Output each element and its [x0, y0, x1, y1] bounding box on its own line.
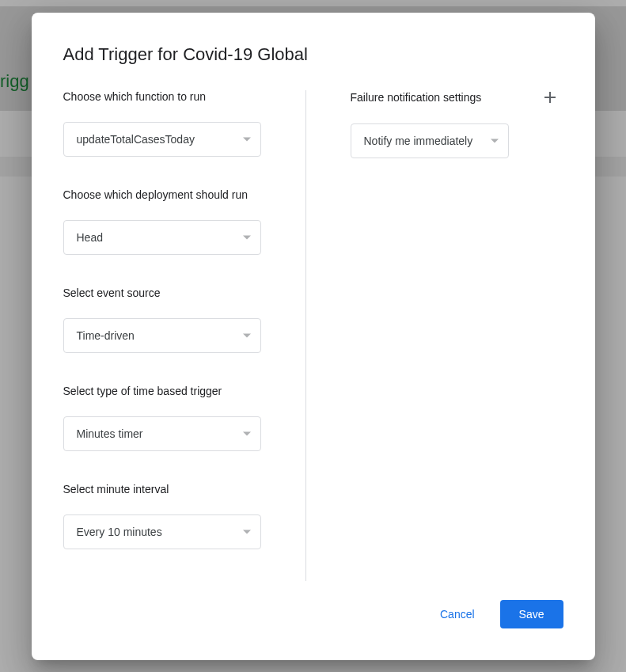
chevron-down-icon: [243, 138, 251, 142]
function-field: Choose which function to run updateTotal…: [63, 90, 261, 157]
notification-label: Failure notification settings: [351, 91, 482, 104]
interval-dropdown[interactable]: Every 10 minutes: [63, 514, 261, 549]
modal-overlay: Add Trigger for Covid-19 Global Choose w…: [0, 0, 626, 672]
interval-value: Every 10 minutes: [77, 526, 162, 538]
add-trigger-dialog: Add Trigger for Covid-19 Global Choose w…: [32, 13, 595, 660]
trigger-type-label: Select type of time based trigger: [63, 385, 261, 397]
event-source-dropdown[interactable]: Time-driven: [63, 318, 261, 353]
dialog-title: Add Trigger for Covid-19 Global: [63, 44, 563, 65]
dialog-body: Choose which function to run updateTotal…: [63, 90, 563, 581]
save-button[interactable]: Save: [500, 600, 563, 628]
trigger-type-field: Select type of time based trigger Minute…: [63, 385, 261, 451]
plus-icon[interactable]: [543, 90, 557, 104]
chevron-down-icon: [243, 530, 251, 534]
interval-label: Select minute interval: [63, 483, 261, 495]
event-source-label: Select event source: [63, 287, 261, 299]
chevron-down-icon: [243, 334, 251, 338]
chevron-down-icon: [243, 236, 251, 240]
notification-dropdown[interactable]: Notify me immediately: [351, 123, 509, 158]
notification-label-row: Failure notification settings: [351, 90, 563, 104]
cancel-button[interactable]: Cancel: [421, 600, 494, 628]
function-dropdown[interactable]: updateTotalCasesToday: [63, 122, 261, 157]
deployment-label: Choose which deployment should run: [63, 188, 261, 201]
chevron-down-icon: [243, 432, 251, 436]
deployment-field: Choose which deployment should run Head: [63, 188, 261, 255]
notification-field: Failure notification settings Notify me …: [351, 90, 563, 158]
function-value: updateTotalCasesToday: [77, 133, 195, 146]
right-column: Failure notification settings Notify me …: [306, 90, 563, 581]
left-column: Choose which function to run updateTotal…: [63, 90, 306, 581]
trigger-type-dropdown[interactable]: Minutes timer: [63, 416, 261, 451]
function-label: Choose which function to run: [63, 90, 261, 103]
deployment-dropdown[interactable]: Head: [63, 220, 261, 255]
event-source-value: Time-driven: [77, 329, 135, 342]
dialog-footer: Cancel Save: [63, 600, 563, 628]
trigger-type-value: Minutes timer: [77, 427, 143, 440]
deployment-value: Head: [77, 231, 103, 244]
event-source-field: Select event source Time-driven: [63, 287, 261, 353]
chevron-down-icon: [491, 139, 499, 143]
interval-field: Select minute interval Every 10 minutes: [63, 483, 261, 549]
notification-value: Notify me immediately: [364, 135, 473, 147]
